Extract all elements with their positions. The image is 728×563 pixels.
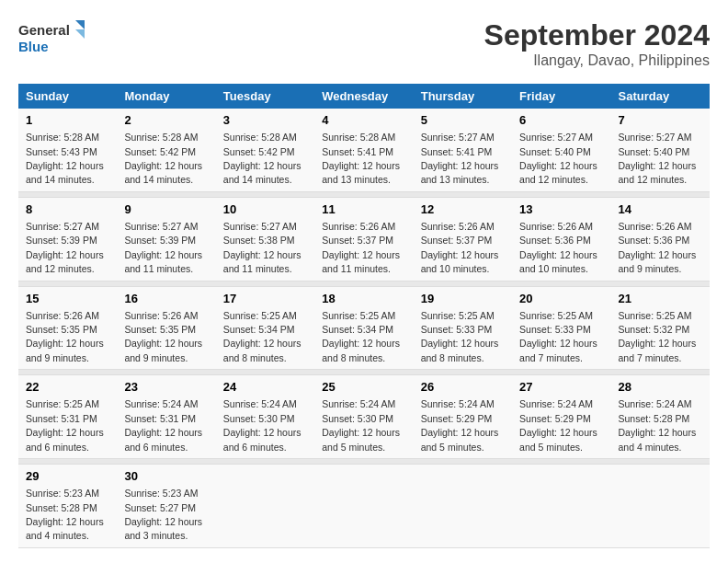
day-number: 28 — [619, 379, 702, 396]
calendar-cell: 1Sunrise: 5:28 AMSunset: 5:43 PMDaylight… — [18, 109, 117, 191]
day-number: 30 — [124, 468, 208, 485]
sunrise-info: Sunrise: 5:24 AMSunset: 5:30 PMDaylight:… — [223, 398, 301, 452]
calendar-cell: 3Sunrise: 5:28 AMSunset: 5:42 PMDaylight… — [216, 109, 314, 191]
day-number: 13 — [519, 201, 603, 218]
header-monday: Monday — [117, 84, 215, 109]
calendar-cell: 13Sunrise: 5:26 AMSunset: 5:36 PMDayligh… — [512, 197, 610, 281]
calendar-cell: 16Sunrise: 5:26 AMSunset: 5:35 PMDayligh… — [117, 286, 215, 370]
calendar-cell: 20Sunrise: 5:25 AMSunset: 5:33 PMDayligh… — [512, 286, 610, 370]
sunrise-info: Sunrise: 5:24 AMSunset: 5:29 PMDaylight:… — [519, 398, 597, 452]
calendar-cell: 5Sunrise: 5:27 AMSunset: 5:41 PMDaylight… — [414, 109, 512, 191]
sunrise-info: Sunrise: 5:26 AMSunset: 5:36 PMDaylight:… — [619, 221, 697, 274]
calendar-cell: 22Sunrise: 5:25 AMSunset: 5:31 PMDayligh… — [18, 375, 117, 459]
calendar-cell: 21Sunrise: 5:25 AMSunset: 5:32 PMDayligh… — [611, 286, 710, 370]
day-number: 24 — [223, 379, 307, 396]
week-row-2: 8Sunrise: 5:27 AMSunset: 5:39 PMDaylight… — [18, 197, 710, 281]
calendar-cell: 12Sunrise: 5:26 AMSunset: 5:37 PMDayligh… — [414, 197, 512, 281]
sunrise-info: Sunrise: 5:26 AMSunset: 5:35 PMDaylight:… — [124, 310, 202, 363]
svg-marker-3 — [75, 29, 85, 39]
calendar-cell: 15Sunrise: 5:26 AMSunset: 5:35 PMDayligh… — [18, 286, 117, 370]
calendar-cell — [414, 465, 512, 548]
sunrise-info: Sunrise: 5:27 AMSunset: 5:41 PMDaylight:… — [421, 132, 499, 185]
day-number: 6 — [519, 112, 603, 129]
header-saturday: Saturday — [611, 84, 710, 109]
calendar-cell: 27Sunrise: 5:24 AMSunset: 5:29 PMDayligh… — [512, 375, 610, 459]
day-number: 7 — [619, 112, 702, 129]
calendar-cell: 8Sunrise: 5:27 AMSunset: 5:39 PMDaylight… — [18, 197, 117, 281]
day-number: 29 — [26, 468, 109, 485]
sunrise-info: Sunrise: 5:27 AMSunset: 5:38 PMDaylight:… — [223, 221, 301, 274]
day-number: 8 — [26, 201, 109, 218]
sunrise-info: Sunrise: 5:24 AMSunset: 5:28 PMDaylight:… — [619, 398, 697, 452]
day-number: 19 — [421, 291, 505, 307]
day-number: 9 — [124, 201, 208, 218]
calendar-cell: 2Sunrise: 5:28 AMSunset: 5:42 PMDaylight… — [117, 109, 215, 191]
svg-text:Blue: Blue — [18, 39, 49, 54]
day-number: 18 — [322, 291, 405, 307]
calendar-cell: 28Sunrise: 5:24 AMSunset: 5:28 PMDayligh… — [611, 375, 710, 459]
day-number: 23 — [124, 379, 208, 396]
week-row-1: 1Sunrise: 5:28 AMSunset: 5:43 PMDaylight… — [18, 109, 710, 191]
day-number: 3 — [223, 112, 307, 129]
calendar-cell: 4Sunrise: 5:28 AMSunset: 5:41 PMDaylight… — [314, 109, 413, 191]
day-number: 1 — [26, 112, 109, 129]
sunrise-info: Sunrise: 5:26 AMSunset: 5:36 PMDaylight:… — [519, 221, 597, 274]
sunrise-info: Sunrise: 5:26 AMSunset: 5:35 PMDaylight:… — [26, 310, 104, 363]
calendar-cell — [611, 465, 710, 548]
calendar-cell: 19Sunrise: 5:25 AMSunset: 5:33 PMDayligh… — [414, 286, 512, 370]
header-sunday: Sunday — [18, 84, 117, 109]
week-row-3: 15Sunrise: 5:26 AMSunset: 5:35 PMDayligh… — [18, 286, 710, 370]
calendar-cell: 29Sunrise: 5:23 AMSunset: 5:28 PMDayligh… — [18, 465, 117, 548]
title-area: September 2024 Ilangay, Davao, Philippin… — [484, 18, 710, 69]
header-wednesday: Wednesday — [314, 84, 413, 109]
sunrise-info: Sunrise: 5:28 AMSunset: 5:42 PMDaylight:… — [124, 132, 202, 185]
sunrise-info: Sunrise: 5:24 AMSunset: 5:31 PMDaylight:… — [124, 398, 202, 452]
day-number: 17 — [223, 291, 307, 307]
logo: General Blue — [18, 18, 92, 60]
sunrise-info: Sunrise: 5:28 AMSunset: 5:41 PMDaylight:… — [322, 132, 400, 185]
sunrise-info: Sunrise: 5:26 AMSunset: 5:37 PMDaylight:… — [322, 221, 400, 274]
calendar-table: SundayMondayTuesdayWednesdayThursdayFrid… — [18, 84, 710, 548]
sunrise-info: Sunrise: 5:23 AMSunset: 5:28 PMDaylight:… — [26, 488, 104, 541]
sunrise-info: Sunrise: 5:25 AMSunset: 5:34 PMDaylight:… — [223, 310, 301, 363]
sunrise-info: Sunrise: 5:25 AMSunset: 5:33 PMDaylight:… — [421, 310, 499, 363]
calendar-cell — [512, 465, 610, 548]
day-number: 15 — [26, 291, 109, 307]
header-thursday: Thursday — [414, 84, 512, 109]
calendar-cell: 30Sunrise: 5:23 AMSunset: 5:27 PMDayligh… — [117, 465, 215, 548]
calendar-cell: 18Sunrise: 5:25 AMSunset: 5:34 PMDayligh… — [314, 286, 413, 370]
calendar-cell: 10Sunrise: 5:27 AMSunset: 5:38 PMDayligh… — [216, 197, 314, 281]
day-number: 22 — [26, 379, 109, 396]
sunrise-info: Sunrise: 5:24 AMSunset: 5:30 PMDaylight:… — [322, 398, 400, 452]
sunrise-info: Sunrise: 5:25 AMSunset: 5:34 PMDaylight:… — [322, 310, 400, 363]
calendar-cell — [216, 465, 314, 548]
calendar-cell: 9Sunrise: 5:27 AMSunset: 5:39 PMDaylight… — [117, 197, 215, 281]
calendar-cell: 7Sunrise: 5:27 AMSunset: 5:40 PMDaylight… — [611, 109, 710, 191]
sunrise-info: Sunrise: 5:27 AMSunset: 5:39 PMDaylight:… — [26, 221, 104, 274]
sunrise-info: Sunrise: 5:27 AMSunset: 5:40 PMDaylight:… — [519, 132, 597, 185]
page-header: General Blue September 2024 Ilangay, Dav… — [18, 18, 710, 69]
svg-text:General: General — [18, 22, 70, 38]
calendar-cell — [314, 465, 413, 548]
sunrise-info: Sunrise: 5:26 AMSunset: 5:37 PMDaylight:… — [421, 221, 499, 274]
day-number: 2 — [124, 112, 208, 129]
day-number: 10 — [223, 201, 307, 218]
day-number: 11 — [322, 201, 405, 218]
day-number: 12 — [421, 201, 505, 218]
page-subtitle: Ilangay, Davao, Philippines — [484, 52, 710, 69]
svg-marker-2 — [75, 20, 85, 29]
header-tuesday: Tuesday — [216, 84, 314, 109]
sunrise-info: Sunrise: 5:24 AMSunset: 5:29 PMDaylight:… — [421, 398, 499, 452]
page-title: September 2024 — [484, 18, 710, 52]
week-row-5: 29Sunrise: 5:23 AMSunset: 5:28 PMDayligh… — [18, 465, 710, 548]
calendar-cell: 24Sunrise: 5:24 AMSunset: 5:30 PMDayligh… — [216, 375, 314, 459]
sunrise-info: Sunrise: 5:27 AMSunset: 5:40 PMDaylight:… — [619, 132, 697, 185]
day-number: 16 — [124, 291, 208, 307]
logo-svg: General Blue — [18, 18, 92, 60]
day-number: 21 — [619, 291, 702, 307]
calendar-cell: 23Sunrise: 5:24 AMSunset: 5:31 PMDayligh… — [117, 375, 215, 459]
day-number: 25 — [322, 379, 405, 396]
header-friday: Friday — [512, 84, 610, 109]
calendar-cell: 14Sunrise: 5:26 AMSunset: 5:36 PMDayligh… — [611, 197, 710, 281]
calendar-cell: 17Sunrise: 5:25 AMSunset: 5:34 PMDayligh… — [216, 286, 314, 370]
